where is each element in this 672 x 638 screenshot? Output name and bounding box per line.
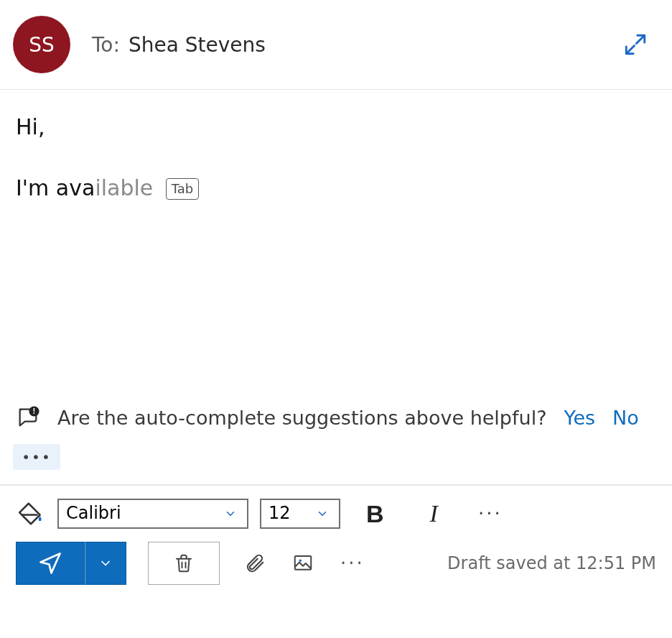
format-toolbar: B I ···: [0, 484, 672, 542]
draft-status: Draft saved at 12:51 PM: [447, 553, 656, 573]
tab-key-label: Tab: [172, 180, 193, 198]
body-more-row: •••: [0, 440, 672, 484]
message-body[interactable]: Hi, I'm available Tab: [0, 90, 672, 241]
expand-icon: [623, 32, 648, 57]
compose-action-bar: ··· Draft saved at 12:51 PM: [0, 542, 672, 602]
font-size-combo[interactable]: [260, 499, 340, 529]
body-line: I'm available Tab: [16, 174, 656, 203]
chevron-down-icon: [316, 507, 329, 520]
send-split-button: [16, 542, 126, 585]
chevron-down-icon: [224, 507, 237, 520]
more-format-button[interactable]: ···: [478, 503, 503, 524]
paperclip-icon: [244, 551, 266, 575]
send-icon: [37, 550, 63, 576]
compose-header: SS To: Shea Stevens: [0, 0, 672, 90]
ellipsis-glyph: •••: [22, 448, 51, 466]
svg-rect-2: [295, 556, 312, 570]
send-button[interactable]: [16, 542, 85, 585]
to-label: To:: [92, 33, 120, 57]
font-family-combo[interactable]: [57, 499, 248, 529]
autocomplete-feedback-bar: ! Are the auto-complete suggestions abov…: [0, 399, 672, 440]
to-value: Shea Stevens: [129, 33, 266, 57]
feedback-question: Are the auto-complete suggestions above …: [57, 407, 546, 429]
chevron-down-icon: [98, 556, 113, 570]
attach-button[interactable]: [244, 551, 266, 575]
bold-button[interactable]: B: [360, 500, 390, 528]
typed-text: I'm ava: [16, 175, 95, 200]
send-options-dropdown[interactable]: [85, 542, 126, 585]
more-actions-button[interactable]: ···: [340, 553, 365, 574]
font-family-input[interactable]: [57, 499, 214, 529]
discard-button[interactable]: [148, 542, 220, 585]
recipient-avatar: SS: [13, 16, 70, 73]
format-painter-button[interactable]: [16, 499, 46, 529]
autocomplete-suggestion: ilable: [95, 175, 153, 200]
paint-bucket-icon: [17, 500, 45, 527]
typed-text: Hi,: [16, 114, 45, 139]
font-family-dropdown[interactable]: [214, 499, 248, 529]
body-line: Hi,: [16, 113, 656, 142]
insert-image-button[interactable]: [290, 553, 316, 574]
italic-button[interactable]: I: [421, 500, 447, 527]
svg-text:!: !: [33, 407, 36, 415]
svg-point-3: [299, 560, 302, 563]
expand-quote-button[interactable]: •••: [13, 444, 60, 470]
font-size-input[interactable]: [260, 499, 306, 529]
expand-button[interactable]: [619, 28, 652, 61]
image-icon: [290, 553, 316, 574]
feedback-no-link[interactable]: No: [612, 407, 639, 429]
trash-icon: [173, 553, 195, 574]
to-field[interactable]: To: Shea Stevens: [92, 33, 266, 57]
font-size-dropdown[interactable]: [306, 499, 340, 529]
tab-key-hint: Tab: [166, 178, 199, 200]
avatar-initials: SS: [29, 33, 55, 57]
feedback-yes-link[interactable]: Yes: [564, 407, 595, 429]
ellipsis-glyph: ···: [340, 553, 365, 574]
feedback-icon: !: [16, 405, 40, 430]
